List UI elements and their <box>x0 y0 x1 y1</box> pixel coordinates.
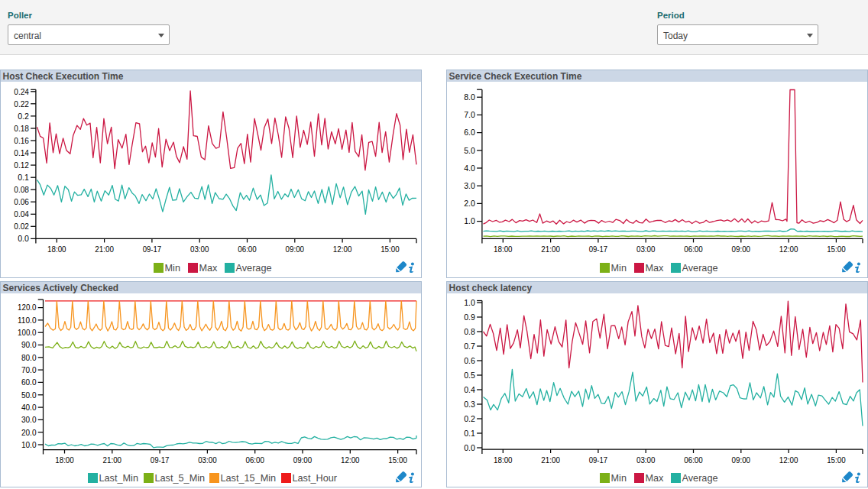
svg-text:09:00: 09:00 <box>732 244 751 254</box>
svg-text:Average: Average <box>682 473 718 484</box>
svg-text:03:00: 03:00 <box>190 244 209 254</box>
svg-text:21:00: 21:00 <box>103 455 122 465</box>
svg-text:18:00: 18:00 <box>494 455 513 465</box>
svg-text:120.0: 120.0 <box>18 303 37 312</box>
svg-text:03:00: 03:00 <box>636 244 656 254</box>
svg-text:0.5: 0.5 <box>464 371 475 380</box>
svg-text:8.0: 8.0 <box>464 92 475 102</box>
svg-text:09-17: 09-17 <box>143 244 162 254</box>
svg-text:09:00: 09:00 <box>293 455 313 465</box>
svg-text:90.0: 90.0 <box>21 340 37 349</box>
svg-text:15:00: 15:00 <box>827 455 846 465</box>
svg-text:21:00: 21:00 <box>95 244 114 254</box>
svg-text:06:00: 06:00 <box>684 244 703 254</box>
svg-text:3.0: 3.0 <box>464 181 475 190</box>
svg-text:Last_Hour: Last_Hour <box>293 473 338 484</box>
svg-text:1.0: 1.0 <box>464 298 475 307</box>
svg-text:Last_5_Min: Last_5_Min <box>155 473 206 484</box>
svg-text:0.6: 0.6 <box>464 356 475 365</box>
svg-text:100.0: 100.0 <box>18 328 37 337</box>
svg-text:Max: Max <box>646 263 665 274</box>
svg-text:110.0: 110.0 <box>18 316 37 325</box>
svg-text:0.8: 0.8 <box>464 327 475 336</box>
svg-text:Min: Min <box>611 263 627 274</box>
svg-text:60.0: 60.0 <box>21 377 37 387</box>
svg-text:18:00: 18:00 <box>494 244 513 254</box>
svg-text:80.0: 80.0 <box>21 353 37 362</box>
svg-text:30.0: 30.0 <box>21 415 37 424</box>
svg-text:1.0: 1.0 <box>464 216 475 225</box>
svg-text:0.7: 0.7 <box>464 342 475 351</box>
svg-text:40.0: 40.0 <box>21 403 37 412</box>
svg-text:21:00: 21:00 <box>541 455 560 465</box>
svg-text:0.02: 0.02 <box>14 222 29 231</box>
svg-text:09-17: 09-17 <box>589 455 608 465</box>
svg-text:0.9: 0.9 <box>464 313 475 322</box>
svg-text:Min: Min <box>165 263 180 274</box>
svg-text:0.24: 0.24 <box>14 87 29 96</box>
svg-text:0.08: 0.08 <box>14 185 29 194</box>
svg-text:Max: Max <box>646 473 665 484</box>
svg-text:12:00: 12:00 <box>341 455 360 465</box>
svg-text:12:00: 12:00 <box>333 244 352 254</box>
svg-text:70.0: 70.0 <box>21 365 37 374</box>
svg-text:12:00: 12:00 <box>779 244 798 254</box>
svg-text:0.12: 0.12 <box>14 160 29 170</box>
svg-text:Average: Average <box>236 263 272 274</box>
svg-text:Min: Min <box>611 473 627 484</box>
svg-text:5.0: 5.0 <box>464 146 475 155</box>
svg-text:12:00: 12:00 <box>779 455 798 465</box>
svg-text:0.2: 0.2 <box>18 112 29 121</box>
svg-text:0.2: 0.2 <box>464 414 475 423</box>
svg-text:03:00: 03:00 <box>198 455 217 465</box>
svg-text:06:00: 06:00 <box>245 455 264 465</box>
svg-text:0.18: 0.18 <box>14 124 29 133</box>
svg-text:20.0: 20.0 <box>21 428 37 437</box>
svg-text:0.04: 0.04 <box>14 209 29 219</box>
svg-text:03:00: 03:00 <box>636 455 656 465</box>
svg-text:0.16: 0.16 <box>14 136 29 145</box>
svg-text:Last_15_Min: Last_15_Min <box>221 473 277 484</box>
svg-text:0.0: 0.0 <box>18 234 29 243</box>
svg-text:09:00: 09:00 <box>732 455 751 465</box>
svg-text:0.4: 0.4 <box>464 385 475 394</box>
svg-text:0.0: 0.0 <box>464 443 475 452</box>
svg-text:15:00: 15:00 <box>381 244 400 254</box>
svg-text:0.1: 0.1 <box>18 173 29 182</box>
svg-text:2.0: 2.0 <box>464 199 475 208</box>
svg-text:0.1: 0.1 <box>464 429 475 438</box>
svg-text:09:00: 09:00 <box>286 244 305 254</box>
svg-text:09-17: 09-17 <box>589 244 608 254</box>
svg-text:09-17: 09-17 <box>151 455 170 465</box>
svg-text:21:00: 21:00 <box>541 244 560 254</box>
svg-text:06:00: 06:00 <box>684 455 703 465</box>
svg-text:15:00: 15:00 <box>388 455 407 465</box>
svg-text:Average: Average <box>682 263 718 274</box>
svg-text:4.0: 4.0 <box>464 164 475 173</box>
svg-text:7.0: 7.0 <box>464 110 475 119</box>
svg-text:18:00: 18:00 <box>55 455 74 465</box>
svg-text:10.0: 10.0 <box>21 440 37 449</box>
svg-text:0.14: 0.14 <box>14 148 29 157</box>
svg-text:06:00: 06:00 <box>238 244 257 254</box>
svg-text:Max: Max <box>199 263 219 274</box>
svg-text:0.22: 0.22 <box>14 99 29 108</box>
svg-text:0.06: 0.06 <box>14 197 29 206</box>
svg-text:Last_Min: Last_Min <box>99 473 138 484</box>
svg-text:0.3: 0.3 <box>464 400 475 409</box>
svg-text:15:00: 15:00 <box>827 244 846 254</box>
svg-text:6.0: 6.0 <box>464 128 475 137</box>
svg-text:50.0: 50.0 <box>21 390 37 400</box>
svg-text:18:00: 18:00 <box>47 244 66 254</box>
